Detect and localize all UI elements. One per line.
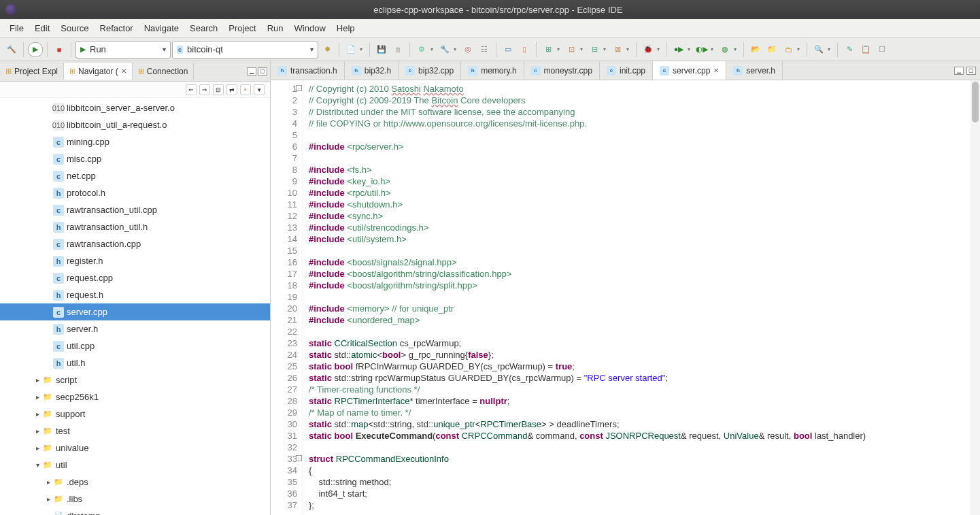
tree-item[interactable]: 010libbitcoin_util_a-request.o [0,116,270,133]
tree-item[interactable]: hrawtransaction_util.h [0,218,270,235]
tree-item[interactable]: ▸📁.deps [0,474,270,491]
back-button[interactable]: ⇐ [186,84,197,95]
coverage-button[interactable]: ◐▶ [694,42,709,57]
close-icon[interactable]: ✕ [713,67,719,74]
pin-button[interactable]: 📋 [858,42,873,57]
profile-button[interactable]: ◍ [717,42,732,57]
tree-item[interactable]: cutil.cpp [0,337,270,354]
new-header-button[interactable]: ⊟ [587,42,602,57]
tree-item[interactable]: cserver.cpp [0,303,270,320]
new-class-button[interactable]: ⊞ [541,42,556,57]
twisty-icon[interactable]: ▸ [33,376,42,384]
new-source-button[interactable]: ⊡ [564,42,579,57]
twisty-icon[interactable]: ▸ [44,478,53,486]
tree-item[interactable]: ▸📁.libs [0,491,270,508]
tree-item[interactable]: crawtransaction.cpp [0,235,270,252]
tree-item[interactable]: cmisc.cpp [0,150,270,167]
collapse-button[interactable]: ⊟ [213,84,224,95]
dropdown-icon[interactable]: ▾ [360,46,365,52]
target-button[interactable]: ◎ [460,42,475,57]
sidebar-tab-0[interactable]: ⊞Project Expl [0,63,64,80]
twisty-icon[interactable]: ▸ [33,410,42,418]
tree-item[interactable]: crequest.cpp [0,269,270,286]
fold-toggle[interactable]: - [296,85,302,91]
twisty-icon[interactable]: ▸ [44,495,53,503]
task-button[interactable]: ☐ [875,42,890,57]
tree-item[interactable]: ▾📁util [0,456,270,474]
tree-item[interactable]: ▸📁support [0,405,270,422]
run-button[interactable]: ▶ [28,42,43,57]
run-last-button[interactable]: ●▶ [671,42,686,57]
fold-toggle[interactable]: - [296,455,302,461]
tree-item[interactable]: ▸📁secp256k1 [0,388,270,405]
open-task-button[interactable]: 🗀 [781,42,796,57]
editor-body[interactable]: 1-23456789101112131415161718192021222324… [271,80,980,515]
code-content[interactable]: // Copyright (c) 2010 Satoshi Nakamoto//… [303,80,980,515]
stop-button[interactable]: ■ [52,42,67,57]
tree-item[interactable]: cnet.cpp [0,167,270,184]
menu-refactor[interactable]: Refactor [95,20,139,36]
filter-button[interactable]: ⚬ [240,84,251,95]
tree-item[interactable]: hrequest.h [0,286,270,303]
twisty-icon[interactable]: ▸ [33,444,42,452]
editor-tab[interactable]: hbip32.h [345,61,399,80]
tree-item[interactable]: hutil.h [0,354,270,371]
tree-item[interactable]: ▸📁test [0,422,270,439]
menu-source[interactable]: Source [55,20,94,36]
toggle-mark-button[interactable]: ✎ [842,42,857,57]
minimize-icon[interactable]: ▁ [247,67,256,76]
twisty-icon[interactable]: ▸ [33,427,42,435]
twisty-icon[interactable]: ▾ [33,461,42,469]
menu-edit[interactable]: Edit [29,20,55,36]
tree-item[interactable]: crawtransaction_util.cpp [0,201,270,218]
search-button[interactable]: 🔍 [811,42,826,57]
editor-tab[interactable]: cmoneystr.cpp [524,61,600,80]
tree-item[interactable]: ▸📁univalue [0,439,270,456]
open-file-button[interactable]: 📁 [764,42,779,57]
forward-button[interactable]: ⇒ [199,84,210,95]
menu-help[interactable]: Help [331,20,360,36]
menu-navigate[interactable]: Navigate [139,20,184,36]
menu-file[interactable]: File [4,20,29,36]
tree-item[interactable]: 📄dirstamp [0,508,270,515]
twisty-icon[interactable]: ▸ [33,393,42,401]
editor-tab[interactable]: cserver.cpp✕ [653,61,726,80]
menu-run[interactable]: Run [262,20,289,36]
vertical-scrollbar[interactable] [970,80,980,515]
build-button[interactable]: 🔨 [4,42,19,57]
menu-project[interactable]: Project [223,20,261,36]
launch-mode-combo[interactable]: ▶ Run ▾ [75,41,171,59]
menu-window[interactable]: Window [289,20,331,36]
save-all-button[interactable]: 🗎 [390,42,405,57]
build-project-button[interactable]: ⚙ [414,42,429,57]
maximize-icon[interactable]: ▢ [966,67,976,75]
save-button[interactable]: 💾 [374,42,389,57]
new-folder-button[interactable]: ⊠ [610,42,625,57]
minimize-icon[interactable]: ▁ [954,67,964,75]
tree-item[interactable]: cmining.cpp [0,133,270,150]
tree-item[interactable]: hprotocol.h [0,184,270,201]
build-config-button[interactable]: ✹ [320,42,335,57]
menu-search[interactable]: Search [184,20,223,36]
close-icon[interactable]: ✕ [121,67,126,75]
index-button[interactable]: ☷ [477,42,492,57]
launch-config-combo[interactable]: c bitcoin-qt ▾ [172,41,318,59]
editor-tab[interactable]: cinit.cpp [600,61,653,80]
build-all-button[interactable]: 🔧 [437,42,452,57]
tree-item[interactable]: hserver.h [0,320,270,337]
scrollbar-thumb[interactable] [972,82,979,122]
debug-button[interactable]: 🐞 [641,42,656,57]
tree-item[interactable]: hregister.h [0,252,270,269]
sidebar-tab-1[interactable]: ⊞Navigator (✕ [64,63,133,80]
editor-tab[interactable]: cbip32.cpp [399,61,461,80]
open-type-button[interactable]: 📂 [748,42,763,57]
menu-button[interactable]: ▾ [254,84,265,95]
tree-item[interactable]: 010libbitcoin_server_a-server.o [0,99,270,116]
navigator-tree[interactable]: 010libbitcoin_server_a-server.o010libbit… [0,98,270,515]
editor-tab[interactable]: htransaction.h [271,61,345,80]
link-button[interactable]: ⇄ [226,84,237,95]
maximize-icon[interactable]: ▢ [258,67,267,76]
editor-tab[interactable]: hmemory.h [461,61,524,80]
sidebar-tab-2[interactable]: ⊞Connection [133,63,195,80]
toggle-comment-button[interactable]: ▭ [501,42,516,57]
